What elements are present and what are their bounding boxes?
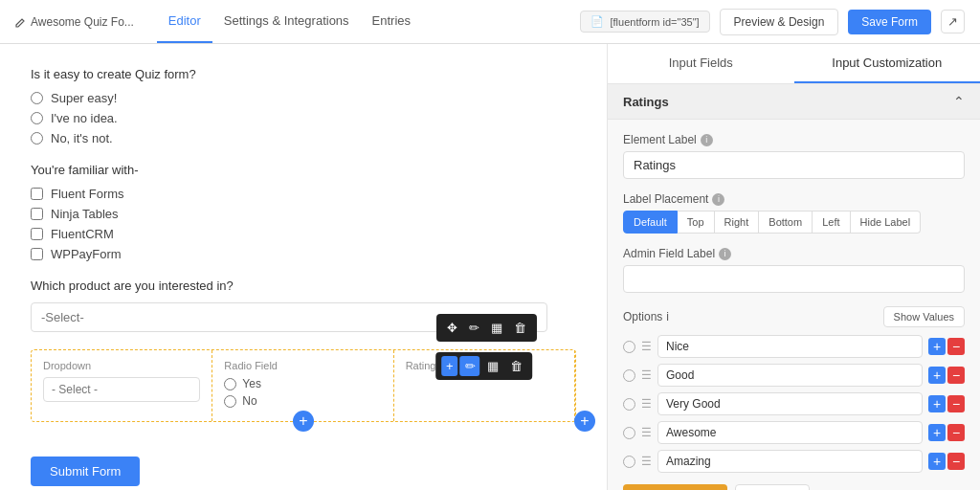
collapse-button[interactable]: ⌃ [953, 94, 965, 109]
form-grid: ✥ ✏ ▦ 🗑 Dropdown Radio Field Yes No [31, 349, 576, 422]
option-input-0[interactable] [657, 335, 923, 358]
grid-toolbar: ✥ ✏ ▦ 🗑 [436, 314, 537, 342]
add-cell-button[interactable]: + [574, 411, 595, 432]
placement-bottom[interactable]: Bottom [759, 211, 813, 234]
question-3-text: Which product are you interested in? [31, 278, 576, 293]
nav-right: 📄 [fluentform id="35"] Preview & Design … [580, 9, 965, 35]
action-buttons: Clear Selection Bulk Edit [623, 484, 965, 490]
option-remove-2[interactable]: − [947, 395, 965, 412]
drag-handle-4[interactable]: ☰ [641, 455, 652, 468]
option-controls-4: + − [928, 453, 965, 470]
app-name: Awesome Quiz Fo... [15, 15, 134, 29]
toolbar-edit[interactable]: ✏ [464, 318, 484, 338]
nav-tabs: Editor Settings & Integrations Entries [157, 0, 422, 43]
admin-label-label: Admin Field Label i [623, 247, 965, 260]
drag-handle-1[interactable]: ☰ [641, 368, 652, 382]
shortcode-box: 📄 [fluentform id="35"] [580, 11, 709, 33]
option-controls-2: + − [928, 395, 965, 412]
option-remove-1[interactable]: − [947, 367, 965, 384]
options-label: Options i [623, 310, 669, 323]
tab-input-fields[interactable]: Input Fields [608, 44, 794, 83]
element-label-input[interactable] [623, 151, 965, 179]
option-add-4[interactable]: + [928, 453, 946, 470]
element-label-row: Element Label i [623, 133, 965, 179]
preview-button[interactable]: Preview & Design [720, 9, 839, 35]
edit-icon [15, 16, 27, 28]
option-remove-3[interactable]: − [947, 424, 965, 441]
q2-check-3[interactable] [31, 228, 43, 240]
admin-label-input[interactable] [623, 265, 965, 293]
toolbar-move[interactable]: ✥ [442, 318, 462, 338]
option-controls-1: + − [928, 367, 965, 384]
save-button[interactable]: Save Form [848, 10, 931, 34]
option-remove-0[interactable]: − [947, 338, 965, 355]
options-info: i [666, 310, 669, 323]
q1-radio-1[interactable] [31, 92, 43, 104]
option-row-4: ☰ + − [623, 450, 965, 473]
q2-check-1[interactable] [31, 188, 43, 200]
placement-default[interactable]: Default [623, 211, 678, 234]
shortcode-icon: 📄 [590, 15, 604, 28]
placement-buttons: Default Top Right Bottom Left Hide Label [623, 211, 965, 234]
ratings-toolbar: + ✏ ▦ 🗑 [435, 352, 533, 380]
submit-button[interactable]: Submit Form [31, 457, 140, 486]
option-add-3[interactable]: + [928, 424, 946, 441]
tab-editor[interactable]: Editor [157, 0, 212, 43]
ratings-tb-add[interactable]: + [441, 356, 458, 376]
option-input-1[interactable] [657, 364, 923, 387]
option-add-1[interactable]: + [928, 367, 946, 384]
q1-radio-2[interactable] [31, 112, 43, 124]
grid-radio-no-input[interactable] [224, 395, 236, 408]
label-placement-label: Label Placement i [623, 192, 965, 206]
drag-handle-0[interactable]: ☰ [641, 340, 652, 353]
drag-handle-3[interactable]: ☰ [641, 426, 652, 439]
q2-check-2[interactable] [31, 208, 43, 220]
option-radio-2 [623, 398, 635, 411]
option-add-0[interactable]: + [928, 338, 946, 355]
q2-option-1: Fluent Forms [31, 187, 576, 201]
question-2-section: You're familiar with- Fluent Forms Ninja… [31, 163, 576, 261]
ratings-tb-copy[interactable]: ▦ [482, 356, 503, 376]
expand-button[interactable]: ↗ [941, 10, 965, 33]
placement-right[interactable]: Right [715, 211, 760, 234]
option-add-2[interactable]: + [928, 395, 946, 412]
option-input-3[interactable] [657, 421, 923, 444]
placement-top[interactable]: Top [678, 211, 715, 234]
top-nav: Awesome Quiz Fo... Editor Settings & Int… [0, 0, 980, 44]
ratings-tb-edit[interactable]: ✏ [460, 356, 480, 376]
options-row: Options i Show Values ☰ + [623, 306, 965, 490]
admin-field-label-row: Admin Field Label i [623, 247, 965, 293]
option-input-2[interactable] [657, 392, 923, 415]
option-controls-0: + − [928, 338, 965, 355]
q1-option-3: No, it's not. [31, 131, 576, 145]
add-row-button[interactable]: + [293, 411, 314, 432]
bulk-edit-button[interactable]: Bulk Edit [735, 484, 809, 490]
dropdown-select[interactable] [43, 377, 200, 402]
drag-handle-2[interactable]: ☰ [641, 397, 652, 411]
q1-radio-3[interactable] [31, 132, 43, 145]
element-label-label: Element Label i [623, 133, 965, 146]
q1-option-1: Super easy! [31, 91, 576, 105]
admin-label-info: i [719, 248, 731, 260]
show-values-button[interactable]: Show Values [883, 306, 965, 327]
option-row-3: ☰ + − [623, 421, 965, 444]
q2-option-3: FluentCRM [31, 227, 576, 241]
tab-input-customization[interactable]: Input Customization [794, 44, 981, 83]
ratings-tb-delete[interactable]: 🗑 [505, 356, 527, 376]
q2-check-4[interactable] [31, 248, 43, 260]
toolbar-duplicate[interactable]: ▦ [486, 318, 507, 338]
dropdown-label: Dropdown [43, 360, 200, 371]
clear-selection-button[interactable]: Clear Selection [623, 484, 727, 490]
toolbar-delete[interactable]: 🗑 [509, 318, 531, 338]
element-label-info: i [701, 134, 713, 146]
option-row-2: ☰ + − [623, 392, 965, 415]
option-input-4[interactable] [657, 450, 923, 473]
grid-radio-yes-input[interactable] [224, 378, 236, 390]
tab-entries[interactable]: Entries [361, 0, 422, 43]
placement-hide[interactable]: Hide Label [851, 211, 922, 234]
question-1-section: Is it easy to create Quiz form? Super ea… [31, 67, 576, 145]
option-remove-4[interactable]: − [947, 453, 965, 470]
tab-settings[interactable]: Settings & Integrations [212, 0, 361, 43]
option-radio-0 [623, 341, 635, 353]
placement-left[interactable]: Left [813, 211, 850, 234]
